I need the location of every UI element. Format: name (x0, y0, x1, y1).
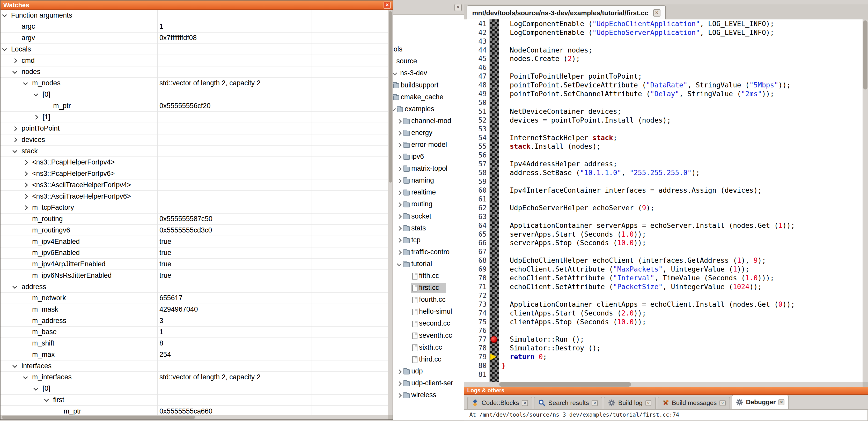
line-number[interactable]: 67 (464, 247, 487, 256)
code-line[interactable]: 70 echoClient.SetAttribute ("Interval", … (464, 273, 862, 282)
file-tree-row[interactable]: socket (391, 211, 464, 223)
expand-arrow-icon[interactable] (397, 155, 401, 159)
expand-arrow-icon[interactable] (397, 381, 401, 386)
collapse-arrow-icon[interactable] (23, 80, 28, 85)
line-number[interactable]: 68 (464, 256, 487, 265)
expand-arrow-icon[interactable] (397, 166, 401, 171)
file-tree-row[interactable]: udp-client-ser (391, 378, 464, 390)
expand-arrow-icon[interactable] (397, 369, 401, 374)
line-number[interactable]: 46 (464, 63, 487, 72)
line-number[interactable]: 44 (464, 46, 487, 55)
line-number[interactable]: 66 (464, 238, 487, 247)
file-tree-row[interactable]: ns-3-dev (391, 68, 464, 79)
file-tree-row[interactable]: tcp (391, 235, 464, 247)
watch-row[interactable]: devices (1, 134, 388, 146)
watch-row[interactable]: argc1 (1, 21, 388, 33)
line-number[interactable]: 50 (464, 98, 487, 107)
watch-row[interactable]: m_address3 (1, 315, 388, 327)
line-number[interactable]: 74 (464, 309, 487, 318)
file-tree-row[interactable]: matrix-topol (391, 163, 464, 175)
code-line[interactable]: 52 devices = pointToPoint.Install (nodes… (464, 116, 862, 125)
line-number[interactable]: 69 (464, 265, 487, 273)
watch-row[interactable]: m_ipv4Enabledtrue (1, 236, 388, 248)
code-line[interactable]: 62 UdpEchoServerHelper echoServer (9); (464, 203, 862, 212)
code-line[interactable]: 65 serverApps.Start (Seconds (1.0)); (464, 230, 862, 239)
scrollbar-thumb[interactable] (863, 21, 867, 90)
line-number[interactable]: 56 (464, 151, 487, 160)
file-tree[interactable]: olssourcens-3-devbuildsupportcmake_cache… (391, 14, 464, 421)
code-line[interactable]: 51 NetDeviceContainer devices; (464, 107, 862, 116)
file-tree-row[interactable]: routing (391, 199, 464, 211)
collapse-arrow-icon[interactable] (397, 261, 401, 266)
tab-close-button[interactable]: × (522, 400, 528, 406)
code-line[interactable]: 46 (464, 63, 862, 72)
file-tree-row[interactable]: channel-mod (391, 116, 464, 128)
line-number[interactable]: 63 (464, 212, 487, 221)
line-number[interactable]: 73 (464, 300, 487, 309)
code-line[interactable]: 43 (464, 37, 862, 46)
code-line[interactable]: 73 ApplicationContainer clientApps = ech… (464, 300, 862, 309)
watch-row[interactable]: address (1, 281, 388, 293)
code-line[interactable]: 78 Simulator::Destroy (); (464, 344, 862, 353)
scrollbar-thumb[interactable] (2, 416, 195, 419)
expand-arrow-icon[interactable] (23, 171, 28, 176)
file-tree-row[interactable]: energy (391, 128, 464, 139)
file-tree-row[interactable]: ols (391, 44, 464, 56)
file-tree-row[interactable]: wireless (391, 390, 464, 401)
logs-tab-search-results[interactable]: Search results× (534, 397, 602, 409)
collapse-arrow-icon[interactable] (2, 46, 7, 51)
line-number[interactable]: 43 (464, 37, 487, 46)
code-area[interactable]: 41 LogComponentEnable ("UdpEchoClientApp… (464, 20, 862, 382)
expand-arrow-icon[interactable] (397, 393, 401, 398)
file-tree-row[interactable]: examples (391, 104, 464, 115)
code-line[interactable]: 50 (464, 98, 862, 107)
watch-row[interactable]: interfaces (1, 360, 388, 372)
watch-row[interactable]: first (1, 395, 388, 406)
line-number[interactable]: 52 (464, 116, 487, 125)
line-number[interactable]: 58 (464, 168, 487, 177)
file-tree-row[interactable]: source (391, 56, 464, 68)
file-tree-row[interactable]: realtime (391, 187, 464, 199)
watch-row[interactable]: <ns3::AsciiTraceHelperForIpv6> (1, 191, 388, 202)
code-line[interactable]: 55 stack.Install (nodes); (464, 142, 862, 151)
line-number[interactable]: 41 (464, 20, 487, 28)
code-line[interactable]: 60 Ipv4InterfaceContainer interfaces = a… (464, 186, 862, 195)
expand-arrow-icon[interactable] (23, 194, 28, 199)
watch-row[interactable]: m_tcpFactory (1, 202, 388, 214)
collapse-arrow-icon[interactable] (13, 69, 17, 74)
code-line[interactable]: 64 ApplicationContainer serverApps = ech… (464, 221, 862, 230)
watch-row[interactable]: cmd (1, 55, 388, 66)
expand-arrow-icon[interactable] (397, 202, 401, 207)
tab-close-button[interactable]: × (778, 399, 785, 405)
scrollbar-thumb[interactable] (389, 11, 392, 183)
code-line[interactable]: 42 LogComponentEnable ("UdpEchoServerApp… (464, 28, 862, 37)
code-line[interactable]: 57 Ipv4AddressHelper address; (464, 160, 862, 168)
code-line[interactable]: 49 pointToPoint.SetChannelAttribute ("De… (464, 90, 862, 98)
line-number[interactable]: 78 (464, 344, 487, 353)
code-line[interactable]: 81 (464, 370, 862, 379)
expand-arrow-icon[interactable] (397, 190, 401, 195)
file-tree-row[interactable]: traffic-contro (391, 247, 464, 259)
expand-arrow-icon[interactable] (397, 179, 401, 183)
expand-arrow-icon[interactable] (397, 131, 401, 135)
code-line[interactable]: 80} (464, 361, 862, 370)
watch-row[interactable]: m_ptr0x5555555ca660 (1, 406, 388, 415)
collapse-arrow-icon[interactable] (13, 148, 17, 153)
line-number[interactable]: 49 (464, 90, 487, 98)
line-number[interactable]: 51 (464, 107, 487, 116)
editor-tab-close-button[interactable]: × (653, 9, 660, 17)
watches-close-button[interactable]: × (383, 2, 391, 9)
code-line[interactable]: 54 InternetStackHelper stack; (464, 133, 862, 142)
watch-row[interactable]: Locals (1, 44, 388, 55)
file-tree-row[interactable]: tutorial (391, 259, 464, 270)
watch-row[interactable]: [0] (1, 89, 388, 101)
expand-arrow-icon[interactable] (13, 126, 17, 131)
logs-tab-code-blocks[interactable]: Code::Blocks× (467, 397, 532, 409)
file-tree-row[interactable]: udp (391, 366, 464, 378)
collapse-arrow-icon[interactable] (23, 375, 28, 379)
editor-tab[interactable]: mnt/dev/tools/source/ns-3-dev/examples/t… (467, 5, 666, 20)
watch-row[interactable]: <ns3::AsciiTraceHelperForIpv4> (1, 180, 388, 191)
watch-row[interactable]: m_shift8 (1, 338, 388, 349)
watch-row[interactable]: m_base1 (1, 327, 388, 338)
code-line[interactable]: 79 return 0; (464, 353, 862, 361)
